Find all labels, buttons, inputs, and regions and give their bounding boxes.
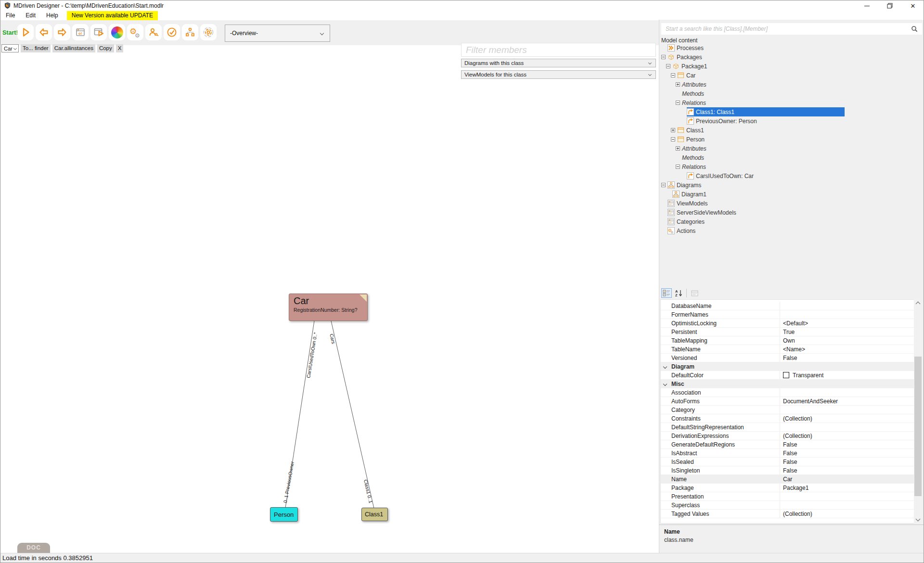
- property-value-cell[interactable]: [780, 423, 914, 431]
- close-button[interactable]: ✕: [905, 0, 921, 11]
- expand-icon[interactable]: [676, 146, 680, 151]
- scrollbar-thumb[interactable]: [914, 357, 922, 496]
- property-row[interactable]: DerivationExpressions(Collection): [661, 432, 914, 440]
- user-access-button[interactable]: [145, 24, 162, 40]
- restore-button[interactable]: [882, 0, 898, 11]
- navigate-back-button[interactable]: [36, 24, 52, 40]
- property-value-cell[interactable]: [780, 362, 914, 371]
- tree-item[interactable]: CarsIUsedToOwn: Car: [659, 171, 924, 180]
- context-button-copy[interactable]: Copy: [97, 44, 114, 52]
- scroll-up-icon[interactable]: [916, 302, 921, 307]
- tree-item[interactable]: ViewModels: [659, 199, 924, 208]
- property-row[interactable]: NameCar: [661, 475, 914, 484]
- chevron-down-icon[interactable]: [663, 382, 667, 385]
- scroll-down-icon[interactable]: [916, 517, 921, 522]
- tree-item[interactable]: Class1: Class1: [659, 107, 924, 116]
- property-row[interactable]: Category: [661, 406, 914, 414]
- pattern-nodes-button[interactable]: [182, 24, 198, 40]
- tree-item[interactable]: Class1: [659, 126, 924, 135]
- doc-tab[interactable]: DOC: [17, 543, 50, 553]
- context-button-car-allinstances[interactable]: Car.allinstances: [52, 44, 95, 52]
- property-row[interactable]: Superclass: [661, 501, 914, 510]
- property-value-cell[interactable]: True: [780, 328, 914, 336]
- tree-item[interactable]: ServerSideViewModels: [659, 208, 924, 217]
- validate-check-button[interactable]: [164, 24, 180, 40]
- property-row[interactable]: FormerNames: [661, 310, 914, 319]
- property-value-cell[interactable]: [780, 406, 914, 414]
- property-row[interactable]: IsSealedFalse: [661, 458, 914, 466]
- property-category-row[interactable]: Misc: [661, 380, 914, 388]
- collapse-icon[interactable]: [666, 64, 670, 68]
- property-value-cell[interactable]: [780, 302, 914, 310]
- diagrams-with-class-dropdown[interactable]: Diagrams with this class: [461, 59, 656, 67]
- property-row[interactable]: Association: [661, 388, 914, 397]
- property-value-cell[interactable]: False: [780, 440, 914, 448]
- model-search-input[interactable]: Start a search like this [Class].[Member…: [661, 23, 922, 35]
- minimize-button[interactable]: [859, 0, 875, 11]
- categorized-view-button[interactable]: [661, 288, 672, 298]
- collapse-icon[interactable]: [661, 55, 666, 59]
- context-button-to-finder[interactable]: To... finder: [21, 44, 51, 52]
- property-value-cell[interactable]: <Name>: [780, 345, 914, 353]
- property-row[interactable]: IsSingletonFalse: [661, 466, 914, 475]
- tree-item[interactable]: Processes: [659, 43, 924, 52]
- tree-item[interactable]: PreviousOwner: Person: [659, 116, 924, 126]
- sort-alphabetical-button[interactable]: A Z: [674, 288, 684, 298]
- property-pages-button[interactable]: [689, 288, 700, 298]
- property-row[interactable]: TableName<Name>: [661, 345, 914, 354]
- property-value-cell[interactable]: Transparent: [780, 371, 914, 379]
- property-row[interactable]: PersistentTrue: [661, 328, 914, 336]
- property-row[interactable]: GenerateDefaultRegionsFalse: [661, 440, 914, 449]
- tree-item[interactable]: Package1: [659, 62, 924, 71]
- property-value-cell[interactable]: Car: [780, 475, 914, 483]
- viewmodels-for-class-dropdown[interactable]: ViewModels for this class: [461, 70, 656, 79]
- uml-class-person[interactable]: Person: [270, 507, 298, 522]
- tree-item[interactable]: Methods: [659, 89, 924, 98]
- property-grid-scrollbar[interactable]: [914, 299, 922, 524]
- collapse-icon[interactable]: [661, 183, 666, 187]
- update-banner[interactable]: New Version available UPDATE: [67, 11, 158, 20]
- property-value-cell[interactable]: (Collection): [780, 432, 914, 440]
- tree-item[interactable]: Attributes: [659, 80, 924, 89]
- tree-item[interactable]: Car: [659, 71, 924, 80]
- property-value-cell[interactable]: False: [780, 466, 914, 474]
- menu-help[interactable]: Help: [41, 11, 64, 20]
- property-category-row[interactable]: Diagram: [661, 362, 914, 371]
- debug-window-button[interactable]: o!: [72, 24, 89, 40]
- menu-edit[interactable]: Edit: [20, 11, 41, 20]
- tree-item[interactable]: Attributes: [659, 144, 924, 153]
- property-value-cell[interactable]: False: [780, 458, 914, 466]
- property-value-cell[interactable]: False: [780, 354, 914, 362]
- diagram-view-selector[interactable]: -Overview-: [225, 25, 330, 42]
- property-value-cell[interactable]: [780, 501, 914, 509]
- color-wheel-button[interactable]: [109, 24, 125, 40]
- property-value-cell[interactable]: (Collection): [780, 510, 914, 518]
- tree-item[interactable]: Relations: [659, 162, 924, 171]
- run-play-button[interactable]: [17, 24, 34, 40]
- property-value-cell[interactable]: [780, 380, 914, 388]
- property-row[interactable]: PackagePackage1: [661, 484, 914, 492]
- context-button-x[interactable]: X: [116, 44, 124, 52]
- tree-item[interactable]: ⚙⚙Actions: [659, 226, 924, 235]
- menu-file[interactable]: File: [0, 11, 20, 20]
- property-value-cell[interactable]: DocumentAndSeeker: [780, 397, 914, 405]
- tree-item[interactable]: Relations: [659, 98, 924, 107]
- property-row[interactable]: OptimisticLocking<Default>: [661, 319, 914, 328]
- tree-item[interactable]: Packages: [659, 52, 924, 62]
- tree-item[interactable]: Person: [659, 135, 924, 144]
- property-row[interactable]: Constraints(Collection): [661, 414, 914, 423]
- property-value-cell[interactable]: Package1: [780, 484, 914, 492]
- settings-gears-button[interactable]: ⚙⚙: [127, 24, 143, 40]
- property-row[interactable]: DefaultStringRepresentation: [661, 423, 914, 432]
- filter-members-input[interactable]: Filter members: [461, 43, 656, 57]
- tree-item[interactable]: Diagram1: [659, 190, 924, 199]
- property-value-cell[interactable]: [780, 388, 914, 397]
- property-value-cell[interactable]: [780, 492, 914, 500]
- property-row[interactable]: IsAbstractFalse: [661, 449, 914, 458]
- expand-icon[interactable]: [671, 128, 675, 132]
- expand-icon[interactable]: [676, 82, 680, 87]
- uml-class-car[interactable]: Car RegistrationNumber: String?: [289, 294, 368, 321]
- color-swatch[interactable]: [783, 372, 789, 378]
- property-value-cell[interactable]: <Default>: [780, 319, 914, 327]
- navigate-forward-button[interactable]: [54, 24, 70, 40]
